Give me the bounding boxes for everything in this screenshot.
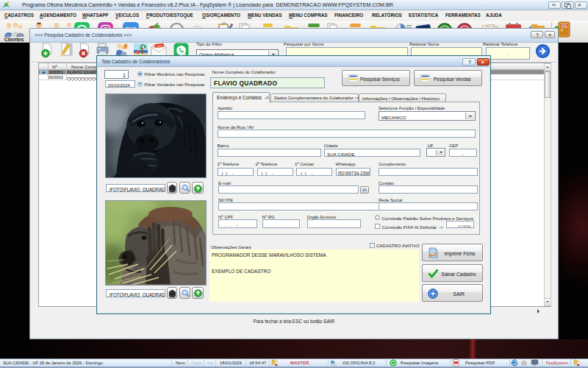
svg-text:EXIT: EXIT (560, 24, 567, 28)
